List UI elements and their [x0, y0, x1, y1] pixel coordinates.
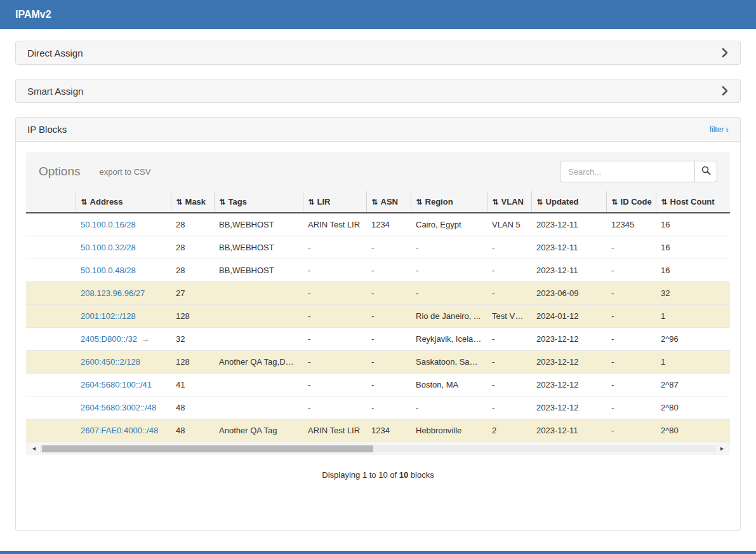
address-link[interactable]: 50.100.0.32/28 — [81, 243, 136, 252]
cell-vlan: - — [487, 374, 531, 396]
cell-host-count: 1 — [656, 305, 730, 328]
cell-mask: 41 — [171, 374, 214, 396]
column-header-asn[interactable]: ⇅ASN — [366, 191, 411, 213]
filter-link-label: filter — [710, 125, 724, 134]
cell-host-count: 2^96 — [656, 328, 730, 351]
sort-icon: ⇅ — [416, 198, 423, 206]
ip-blocks-table-body: 50.100.0.16/2828BB,WEBHOSTARIN Test LIR1… — [26, 213, 730, 442]
sort-icon: ⇅ — [661, 198, 668, 206]
cell-updated: 2023-12-11 — [531, 213, 606, 236]
cell-region: - — [411, 396, 487, 419]
search-button[interactable] — [694, 161, 717, 182]
column-header-lir[interactable]: ⇅LIR — [303, 191, 366, 213]
cell-host-count: 2^87 — [656, 374, 730, 396]
cell-region: Cairo, Egypt — [411, 213, 487, 236]
options-title: Options — [39, 165, 80, 179]
export-csv-link[interactable]: export to CSV — [99, 167, 150, 177]
cell-updated: 2023-12-11 — [531, 259, 606, 282]
cell-tags: BB,WEBHOST — [214, 236, 303, 259]
chevron-right-icon — [721, 48, 729, 58]
cell-address: 50.100.0.48/28 — [76, 259, 171, 282]
panel-ip-blocks: IP Blocks filter › Options export to CSV — [15, 117, 741, 531]
row-spacer — [26, 282, 76, 305]
cell-tags: Another QA Tag — [214, 419, 303, 442]
cell-address: 50.100.0.32/28 — [76, 236, 171, 259]
cell-id-code: - — [606, 328, 656, 351]
ip-blocks-header: IP Blocks filter › — [16, 118, 740, 142]
cell-id-code: - — [606, 374, 656, 396]
cell-updated: 2023-12-12 — [531, 328, 606, 351]
scrollbar-thumb[interactable] — [42, 445, 373, 452]
column-label: Host Count — [670, 197, 715, 206]
cell-lir: - — [303, 351, 366, 374]
scroll-right-icon[interactable]: ► — [719, 446, 725, 452]
cell-vlan: - — [487, 236, 531, 259]
cell-mask: 28 — [171, 236, 214, 259]
cell-asn: - — [366, 328, 411, 351]
cell-asn: - — [366, 374, 411, 396]
status-suffix: blocks — [408, 470, 434, 480]
cell-mask: 128 — [171, 305, 214, 328]
options-bar: Options export to CSV — [26, 152, 730, 191]
ip-blocks-table: ⇅Address⇅Mask⇅Tags⇅LIR⇅ASN⇅Region⇅VLAN⇅U… — [26, 191, 730, 442]
cell-tags: Another QA Tag,DH... — [214, 351, 303, 374]
column-header-updated[interactable]: ⇅Updated — [531, 191, 606, 213]
column-header-host-count[interactable]: ⇅Host Count — [656, 191, 730, 213]
row-spacer — [26, 213, 76, 236]
cell-address: 2001:102::/128 — [76, 305, 171, 328]
cell-asn: - — [366, 236, 411, 259]
address-link[interactable]: 208.123.96.96/27 — [81, 288, 145, 298]
cell-vlan: - — [487, 282, 531, 305]
cell-id-code: 12345 — [606, 213, 656, 236]
cell-lir: ARIN Test LIR — [303, 213, 366, 236]
address-link[interactable]: 50.100.0.48/28 — [81, 266, 136, 275]
cell-address: 2405:D800::/32→ — [76, 328, 171, 351]
cell-asn: - — [366, 351, 411, 374]
cell-mask: 48 — [171, 396, 214, 419]
app-title: IPAMv2 — [15, 9, 51, 20]
cell-mask: 128 — [171, 351, 214, 374]
column-header-mask[interactable]: ⇅Mask — [171, 191, 214, 213]
cell-host-count: 1 — [656, 351, 730, 374]
table-row: 50.100.0.32/2828BB,WEBHOST----2023-12-11… — [26, 236, 730, 259]
cell-id-code: - — [606, 351, 656, 374]
cell-tags — [214, 374, 303, 396]
column-header-id-code[interactable]: ⇅ID Code — [606, 191, 656, 213]
address-link[interactable]: 2001:102::/128 — [81, 311, 136, 321]
panel-direct-assign[interactable]: Direct Assign — [15, 41, 741, 65]
column-header-region[interactable]: ⇅Region — [411, 191, 487, 213]
cell-region: Hebbronville — [411, 419, 487, 442]
cell-vlan: 2 — [487, 419, 531, 442]
address-link[interactable]: 2600:450::2/128 — [81, 357, 140, 367]
address-link[interactable]: 2607:FAE0:4000::/48 — [81, 426, 158, 435]
cell-address: 50.100.0.16/28 — [76, 213, 171, 236]
cell-tags — [214, 396, 303, 419]
cell-host-count: 16 — [656, 259, 730, 282]
address-link[interactable]: 2604:5680:3002::/48 — [81, 403, 156, 412]
address-link[interactable]: 2604:5680:100::/41 — [81, 380, 152, 389]
cell-tags — [214, 305, 303, 328]
cell-lir: - — [303, 259, 366, 282]
cell-id-code: - — [606, 305, 656, 328]
column-header-vlan[interactable]: ⇅VLAN — [487, 191, 531, 213]
cell-updated: 2023-12-12 — [531, 396, 606, 419]
cell-asn: - — [366, 396, 411, 419]
cell-lir: - — [303, 328, 366, 351]
row-spacer — [26, 236, 76, 259]
column-header-tags[interactable]: ⇅Tags — [214, 191, 303, 213]
sort-icon: ⇅ — [176, 198, 183, 206]
address-link[interactable]: 50.100.0.16/28 — [81, 220, 136, 229]
cell-vlan: - — [487, 396, 531, 419]
cell-region: Rio de Janeiro, ... — [411, 305, 487, 328]
main-content: Direct Assign Smart Assign IP Blocks fil… — [0, 29, 756, 531]
search-input[interactable] — [560, 161, 694, 182]
horizontal-scrollbar: ◄ ► — [26, 442, 730, 455]
scrollbar-track[interactable] — [40, 445, 716, 452]
panel-smart-assign[interactable]: Smart Assign — [15, 79, 741, 103]
cell-address: 2600:450::2/128 — [76, 351, 171, 374]
address-link[interactable]: 2405:D800::/32 — [81, 334, 137, 344]
scroll-left-icon[interactable]: ◄ — [31, 446, 37, 452]
cell-id-code: - — [606, 236, 656, 259]
column-header-address[interactable]: ⇅Address — [76, 191, 171, 213]
filter-link[interactable]: filter › — [710, 125, 729, 134]
